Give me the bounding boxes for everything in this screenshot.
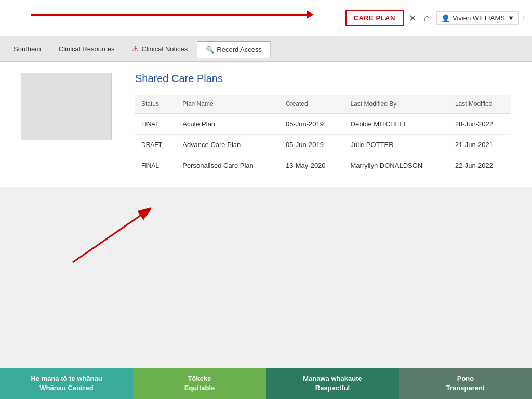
cell-plan-name: Advance Care Plan (176, 135, 280, 155)
navbar: Southern Clinical Resources ⚠ Clinical N… (0, 36, 532, 62)
col-created: Created (280, 95, 344, 113)
cell-created: 13-May-2020 (280, 155, 344, 176)
cell-last-modified: 21-Jun-2021 (449, 135, 511, 155)
record-access-label: Record Access (217, 46, 262, 54)
footer-whanau: He mana tō te whānau Whānau Centred (0, 368, 133, 399)
main-content: Shared Care Plans Status Plan Name Creat… (0, 62, 532, 187)
col-plan-name: Plan Name (176, 95, 280, 113)
home-icon[interactable]: ⌂ (424, 12, 430, 24)
care-plans-table: Status Plan Name Created Last Modified B… (135, 95, 511, 176)
svg-line-1 (73, 216, 140, 262)
cell-last-modified-by: Marryllyn DONALDSON (344, 155, 449, 176)
logout-label[interactable]: L (523, 14, 527, 22)
sidebar-item-record-access[interactable]: 🔍 Record Access (197, 41, 271, 58)
annotation-arrow-right (31, 10, 314, 19)
cell-status: FINAL (135, 155, 176, 176)
clinical-notices-label: Clinical Notices (141, 45, 188, 53)
table-header-row: Status Plan Name Created Last Modified B… (135, 95, 511, 113)
close-icon[interactable]: ✕ (409, 12, 417, 24)
notice-icon: ⚠ (132, 45, 139, 53)
patient-panel (21, 73, 125, 176)
footer-transparent-line1: Pono (457, 375, 474, 382)
footer-respectful: Manawa whakaute Respectful (266, 368, 399, 399)
record-icon: 🔍 (206, 46, 214, 54)
cell-status: DRAFT (135, 135, 176, 155)
cell-last-modified: 22-Jun-2022 (449, 155, 511, 176)
footer-whanau-line2: Whānau Centred (39, 384, 93, 392)
clinical-resources-label: Clinical Resources (59, 45, 115, 53)
cell-plan-name: Acute Plan (176, 113, 280, 135)
sidebar-item-clinical-resources[interactable]: Clinical Resources (50, 41, 123, 57)
footer: He mana tō te whānau Whānau Centred Tōke… (0, 368, 532, 399)
annotation-arrow-down-left (31, 205, 151, 268)
col-status: Status (135, 95, 176, 113)
sidebar-item-clinical-notices[interactable]: ⚠ Clinical Notices (124, 41, 196, 57)
cell-status: FINAL (135, 113, 176, 135)
user-menu[interactable]: 👤 Vivien WILLIAMS ▼ (436, 11, 519, 25)
table-row[interactable]: FINALPersonalised Care Plan13-May-2020Ma… (135, 155, 511, 176)
table-row[interactable]: FINALAcute Plan05-Jun-2019Debbie MITCHEL… (135, 113, 511, 135)
col-last-modified-by: Last Modified By (344, 95, 449, 113)
user-name: Vivien WILLIAMS (453, 14, 505, 22)
arrow-head (307, 10, 314, 19)
footer-respectful-line2: Respectful (315, 384, 350, 392)
col-last-modified: Last Modified (449, 95, 511, 113)
cell-last-modified: 28-Jun-2022 (449, 113, 511, 135)
southern-label: Southern (14, 45, 41, 53)
footer-equitable: Tōkeke Equitable (133, 368, 266, 399)
cell-plan-name: Personalised Care Plan (176, 155, 280, 176)
footer-whanau-line1: He mana tō te whānau (31, 375, 102, 382)
table-row[interactable]: DRAFTAdvance Care Plan05-Jun-2019Julie P… (135, 135, 511, 155)
sidebar-item-southern[interactable]: Southern (5, 41, 49, 57)
header: CARE PLAN ✕ ⌂ 👤 Vivien WILLIAMS ▼ L (0, 0, 532, 36)
cell-created: 05-Jun-2019 (280, 135, 344, 155)
footer-transparent-line2: Transparent (446, 384, 485, 392)
footer-equitable-line1: Tōkeke (188, 375, 211, 382)
dropdown-icon: ▼ (508, 14, 514, 22)
cell-last-modified-by: Debbie MITCHELL (344, 113, 449, 135)
cell-created: 05-Jun-2019 (280, 113, 344, 135)
arrow-line (31, 14, 307, 16)
right-arrow (31, 10, 314, 19)
user-icon: 👤 (441, 14, 450, 22)
cell-last-modified-by: Julie POTTER (344, 135, 449, 155)
care-plan-button[interactable]: CARE PLAN (345, 10, 404, 26)
footer-transparent: Pono Transparent (399, 368, 532, 399)
footer-equitable-line2: Equitable (184, 384, 215, 392)
content-panel: Shared Care Plans Status Plan Name Creat… (135, 73, 511, 176)
section-title: Shared Care Plans (135, 73, 511, 85)
footer-respectful-line1: Manawa whakaute (303, 375, 362, 382)
patient-card (21, 73, 112, 140)
